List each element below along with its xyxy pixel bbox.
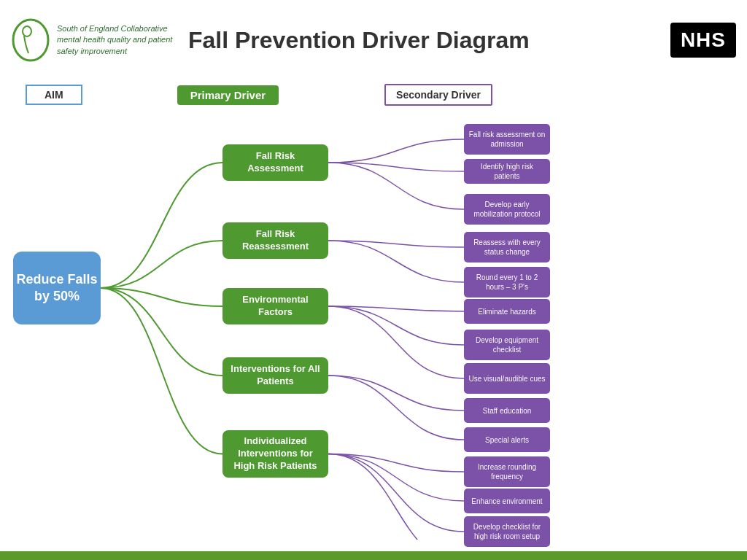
secondary-driver-box-sd7: Develop equipment checklist <box>464 330 550 360</box>
labels-row: AIM Primary Driver Secondary Driver <box>0 80 747 109</box>
logo-area: South of England Collaborative mental he… <box>11 17 174 64</box>
secondary-driver-box-sd11: Increase rounding frequency <box>464 456 550 487</box>
secondary-driver-box-sd1: Fall risk assessment on admission <box>464 124 550 155</box>
secondary-driver-box-sd6: Eliminate hazards <box>464 299 550 324</box>
secondary-driver-box-sd2: Identify high risk patients <box>464 159 550 184</box>
aim-box: Reduce Falls by 50% <box>13 252 101 324</box>
secondary-driver-box-sd13: Develop checklist for high risk room set… <box>464 516 550 547</box>
primary-driver-box-pd3: Environmental Factors <box>222 288 328 324</box>
aim-label: AIM <box>26 85 82 105</box>
title-area: Fall Prevention Driver Diagram <box>174 26 670 54</box>
page-title: Fall Prevention Driver Diagram <box>188 26 670 54</box>
svg-point-0 <box>13 20 48 61</box>
secondary-driver-box-sd8: Use visual/audible cues <box>464 363 550 394</box>
secondary-driver-box-sd5: Round every 1 to 2 hours – 3 P's <box>464 267 550 298</box>
secondary-driver-box-sd10: Special alerts <box>464 427 550 452</box>
logo-text: South of England Collaborative mental he… <box>57 23 174 57</box>
logo-icon <box>11 17 51 64</box>
secondary-driver-box-sd12: Enhance environment <box>464 489 550 513</box>
svg-point-1 <box>23 26 31 36</box>
secondary-driver-label: Secondary Driver <box>384 84 492 106</box>
header: South of England Collaborative mental he… <box>0 0 747 80</box>
secondary-driver-box-sd9: Staff education <box>464 398 550 423</box>
primary-driver-box-pd1: Fall Risk Assessment <box>222 144 328 181</box>
primary-driver-box-pd5: Individualized Interventions for High Ri… <box>222 430 328 478</box>
primary-driver-box-pd2: Fall Risk Reassessment <box>222 222 328 259</box>
primary-driver-label: Primary Driver <box>177 85 279 105</box>
nhs-logo: NHS <box>670 23 736 58</box>
primary-driver-box-pd4: Interventions for All Patients <box>222 357 328 394</box>
diagram-lines <box>0 109 747 540</box>
secondary-driver-box-sd3: Develop early mobilization protocol <box>464 194 550 225</box>
bottom-bar <box>0 551 747 560</box>
diagram: Reduce Falls by 50% Fall Risk Assessment… <box>0 109 747 540</box>
secondary-driver-box-sd4: Reassess with every status change <box>464 232 550 262</box>
